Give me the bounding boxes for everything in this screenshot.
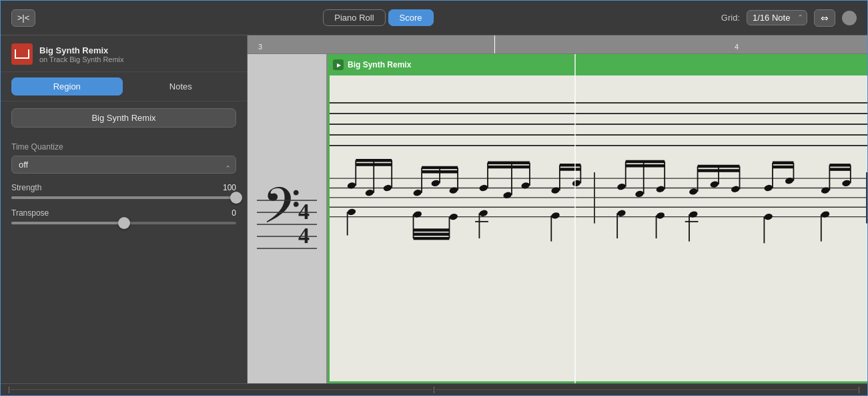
svg-point-59 <box>634 190 644 198</box>
region-track: on Track Big Synth Remix <box>39 55 124 63</box>
region-play-icon <box>333 59 344 70</box>
staff-area: Big Synth Remix <box>328 54 867 383</box>
score-area: 3 4 𝄢 4 4 <box>248 35 867 383</box>
svg-point-51 <box>572 179 581 187</box>
svg-point-15 <box>365 189 374 197</box>
svg-point-55 <box>550 212 560 220</box>
transpose-value: 0 <box>232 208 236 218</box>
snap-icon: ⇔ <box>821 13 829 23</box>
region-info: Big Synth Remix on Track Big Synth Remix <box>1 35 247 72</box>
svg-point-21 <box>347 208 356 216</box>
top-toolbar: >|< Piano Roll Score Grid: 1/16 Note ⇔ <box>1 1 867 35</box>
svg-point-38 <box>478 184 488 192</box>
transpose-label: Transpose <box>11 208 49 218</box>
time-sig-den: 4 <box>298 223 310 248</box>
time-sig-num: 4 <box>298 199 310 224</box>
svg-point-25 <box>431 179 440 187</box>
region-text: Big Synth Remix on Track Big Synth Remix <box>39 45 124 63</box>
piano-roll-tab[interactable]: Piano Roll <box>323 9 385 26</box>
svg-point-69 <box>689 188 698 196</box>
strength-value: 100 <box>223 183 236 192</box>
strength-header: Strength 100 <box>11 183 236 192</box>
time-quantize-select-wrap: off <box>11 156 236 183</box>
region-border-left <box>328 54 330 383</box>
staff-prefix: 𝄢 4 4 <box>248 54 328 383</box>
svg-point-57 <box>616 183 626 191</box>
playhead-ruler <box>494 35 495 53</box>
score-main: 𝄢 4 4 <box>248 54 867 383</box>
svg-point-67 <box>656 212 665 220</box>
score-tab[interactable]: Score <box>388 9 434 26</box>
toolbar-center: Piano Roll Score <box>323 9 433 26</box>
strength-slider-row: Strength 100 <box>11 183 236 199</box>
grid-select-wrap: 1/16 Note <box>747 10 807 25</box>
grid-select[interactable]: 1/16 Note <box>747 10 807 25</box>
transpose-track[interactable] <box>11 222 236 224</box>
tick-1 <box>9 387 9 393</box>
toolbar-left: >|< <box>11 9 35 27</box>
strength-fill <box>11 196 236 199</box>
region-border-bottom <box>328 381 867 383</box>
svg-point-73 <box>731 185 740 193</box>
region-highlight-label: Big Synth Remix <box>348 60 411 69</box>
transpose-slider-row: Transpose 0 <box>11 208 236 224</box>
strength-label: Strength <box>11 183 41 192</box>
bottom-divider-2 <box>436 389 857 390</box>
tick-2 <box>434 387 434 393</box>
grid-label: Grid: <box>721 13 740 23</box>
strength-thumb[interactable] <box>230 192 242 204</box>
svg-point-65 <box>616 209 626 217</box>
svg-point-90 <box>841 179 851 187</box>
filter-button[interactable]: >|< <box>11 9 35 27</box>
left-panel: Big Synth Remix on Track Big Synth Remix… <box>1 35 248 383</box>
region-icon <box>11 43 33 65</box>
props-section: Time Quantize off Strength 100 <box>1 134 247 242</box>
transpose-thumb[interactable] <box>118 217 130 229</box>
notes-svg <box>328 75 867 383</box>
strength-track[interactable] <box>11 196 236 199</box>
region-name-button[interactable]: Big Synth Remix <box>11 108 236 128</box>
circle-button[interactable] <box>842 11 857 25</box>
ruler-mark-3: 3 <box>258 43 262 51</box>
svg-point-80 <box>763 184 773 192</box>
svg-point-23 <box>413 189 422 197</box>
region-tab-button[interactable]: Region <box>11 77 123 95</box>
main-container: >|< Piano Roll Score Grid: 1/16 Note ⇔ <box>0 0 868 396</box>
tab-row: Region Notes <box>1 72 247 102</box>
region-name: Big Synth Remix <box>39 45 124 55</box>
svg-point-86 <box>763 213 773 221</box>
notes-tab-button[interactable]: Notes <box>125 77 237 95</box>
clef-svg: 𝄢 4 4 <box>257 152 317 286</box>
toolbar-right: Grid: 1/16 Note ⇔ <box>721 9 857 27</box>
transpose-header: Transpose 0 <box>11 208 236 218</box>
transpose-fill <box>11 222 124 224</box>
svg-point-61 <box>656 185 665 193</box>
bottom-divider-1 <box>11 389 432 390</box>
score-ruler: 3 4 <box>248 35 867 54</box>
time-quantize-select[interactable]: off <box>11 156 236 174</box>
content-area: Big Synth Remix on Track Big Synth Remix… <box>1 35 867 383</box>
snap-button[interactable]: ⇔ <box>814 9 835 27</box>
ruler-mark-4: 4 <box>735 43 739 51</box>
svg-point-71 <box>710 180 719 188</box>
region-highlight: Big Synth Remix <box>328 54 867 75</box>
tick-3 <box>859 387 859 393</box>
svg-point-46 <box>478 209 488 217</box>
bottom-bar <box>1 383 867 395</box>
time-quantize-label: Time Quantize <box>11 142 236 152</box>
svg-point-17 <box>383 184 392 192</box>
svg-point-33 <box>449 213 458 221</box>
